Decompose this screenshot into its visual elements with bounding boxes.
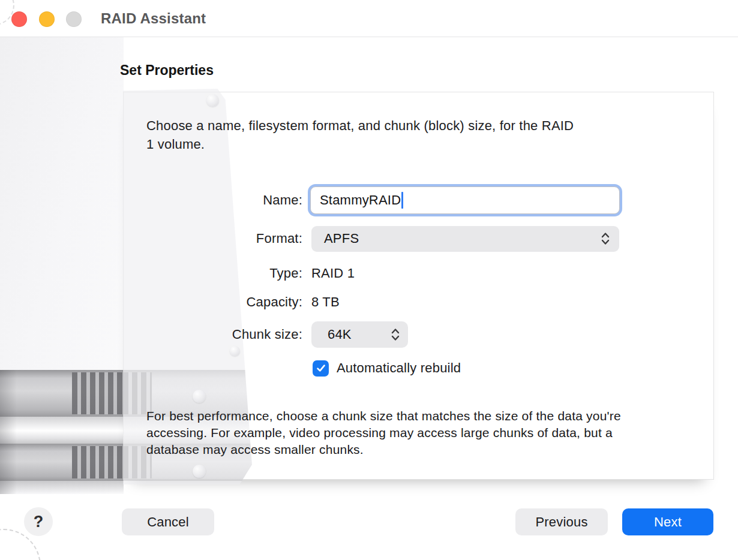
type-row: Type: RAID 1 [125, 264, 355, 282]
description-line: 1 volume. [146, 135, 680, 153]
format-label: Format: [125, 231, 302, 246]
auto-rebuild-label: Automatically rebuild [337, 360, 461, 376]
tray-vent-slats [72, 372, 124, 414]
chevron-up-down-icon [601, 231, 610, 246]
raid-assistant-window: RAID Assistant Set Properties Choose a n… [0, 0, 738, 560]
chevron-up-down-icon [391, 327, 400, 342]
zoom-button-disabled [66, 11, 82, 27]
format-dropdown-value: APFS [324, 231, 359, 246]
minimize-button[interactable] [39, 11, 55, 27]
window-title: RAID Assistant [101, 10, 206, 27]
format-row: Format: APFS [125, 225, 619, 252]
chunk-size-dropdown[interactable]: 64K [311, 321, 408, 348]
capacity-label: Capacity: [125, 294, 302, 310]
raid-enclosure-drive-trays [0, 370, 124, 494]
format-dropdown[interactable]: APFS [311, 226, 619, 252]
set-properties-panel: Choose a name, filesystem format, and ch… [123, 92, 714, 480]
tray-gap [0, 417, 124, 444]
chunk-size-help-text: For best performance, choose a chunk siz… [146, 408, 698, 458]
name-input-value: StammyRAID [320, 192, 401, 208]
capacity-row: Capacity: 8 TB [125, 293, 340, 311]
name-input[interactable]: StammyRAID [310, 186, 620, 214]
type-label: Type: [125, 266, 302, 281]
step-title: Set Properties [120, 62, 214, 79]
auto-rebuild-row: Automatically rebuild [125, 359, 461, 378]
help-button[interactable]: ? [24, 507, 53, 536]
drive-tray [0, 370, 124, 417]
cancel-button[interactable]: Cancel [122, 508, 214, 535]
checkmark-icon [316, 363, 326, 374]
description-line: Choose a name, filesystem format, and ch… [146, 116, 680, 135]
tray-vent-slats [72, 446, 124, 478]
text-cursor [401, 192, 403, 209]
chunk-size-label: Chunk size: [125, 327, 302, 342]
help-text-line: accessing. For example, video processing… [146, 424, 698, 441]
next-button[interactable]: Next [622, 508, 713, 535]
panel-content: Choose a name, filesystem format, and ch… [124, 92, 713, 479]
capacity-value: 8 TB [311, 294, 340, 310]
close-button[interactable] [11, 11, 27, 27]
tray-shadow [0, 481, 124, 494]
chunk-size-dropdown-value: 64K [328, 327, 352, 342]
help-text-line: For best performance, choose a chunk siz… [146, 408, 698, 424]
panel-description: Choose a name, filesystem format, and ch… [146, 116, 680, 153]
name-label: Name: [125, 192, 302, 208]
help-text-line: database may access smaller chunks. [146, 441, 698, 458]
auto-rebuild-checkbox[interactable] [313, 360, 329, 377]
titlebar: RAID Assistant [0, 0, 738, 37]
type-value: RAID 1 [311, 266, 355, 281]
previous-button[interactable]: Previous [515, 508, 608, 535]
chunk-size-row: Chunk size: 64K [125, 320, 408, 348]
name-row: Name: StammyRAID [125, 182, 620, 219]
drive-tray [0, 444, 124, 481]
